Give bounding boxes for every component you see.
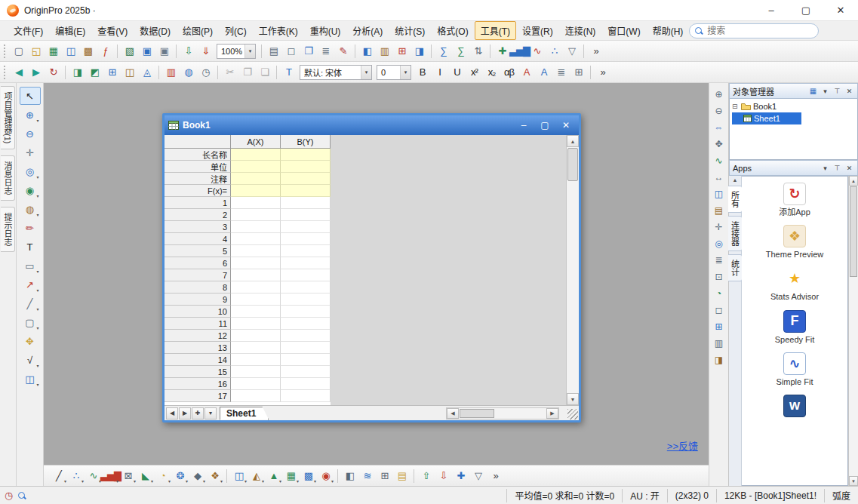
- forward[interactable]: ▶: [27, 64, 45, 81]
- data-selector-tool[interactable]: ◉ ▾: [20, 181, 41, 199]
- pan-tool[interactable]: ✥: [20, 332, 41, 350]
- align-text[interactable]: ≣: [552, 64, 570, 81]
- new-graph[interactable]: ◫: [62, 43, 79, 60]
- crosshair-tool[interactable]: ✛: [711, 220, 727, 235]
- pie-chart-plot[interactable]: ◔ ▾: [154, 468, 171, 484]
- specialized-plot[interactable]: ◉ ▾: [317, 468, 334, 484]
- highlight-color[interactable]: A: [535, 64, 552, 81]
- plot-line[interactable]: ∿: [528, 43, 546, 60]
- row-header[interactable]: F(x)=: [165, 185, 231, 197]
- refresh[interactable]: ↻: [45, 64, 62, 81]
- cell[interactable]: [281, 330, 331, 342]
- combo-dropdown-icon[interactable]: ▾: [361, 66, 371, 79]
- open[interactable]: ◱: [27, 43, 45, 60]
- row-header[interactable]: 11: [165, 318, 231, 330]
- cell[interactable]: [231, 149, 281, 161]
- row-header[interactable]: 7: [165, 269, 231, 281]
- add-legend[interactable]: ◍: [180, 64, 197, 81]
- row-header[interactable]: 12: [165, 330, 231, 342]
- maximize-button[interactable]: ▢: [789, 0, 823, 20]
- vertical-scroll-thumb[interactable]: [567, 148, 578, 181]
- superscript[interactable]: x²: [466, 64, 483, 81]
- book1-window[interactable]: Book1 – ▢ ✕: [162, 113, 581, 423]
- rescale-tool[interactable]: ⇔: [711, 120, 727, 135]
- apps-tab-statistics[interactable]: 统计: [728, 254, 743, 281]
- rotate-tool[interactable]: ◔: [711, 286, 727, 301]
- toolbar-drag-handle[interactable]: [4, 45, 7, 58]
- new-project[interactable]: ▢: [10, 43, 27, 60]
- cell[interactable]: [281, 390, 331, 402]
- row-header[interactable]: 1: [165, 197, 231, 209]
- cell[interactable]: [281, 354, 331, 366]
- column-header[interactable]: A(X): [231, 135, 281, 149]
- row-header[interactable]: 16: [165, 378, 231, 390]
- font-size-combo[interactable]: 0 ▾: [377, 65, 411, 80]
- multi-panel-plot[interactable]: ◫ ▾: [230, 468, 248, 484]
- apps-scroll-track[interactable]: [849, 278, 858, 476]
- scroll-up-button[interactable]: ▲: [567, 135, 579, 147]
- insert-sparklines[interactable]: ≋: [358, 468, 376, 484]
- underline[interactable]: U: [448, 64, 466, 81]
- save-project[interactable]: ▣: [138, 43, 155, 60]
- zoom-combo[interactable]: 100% ▾: [217, 44, 256, 59]
- row-header[interactable]: 8: [165, 281, 231, 293]
- panel-close-icon[interactable]: ✕: [844, 88, 854, 95]
- menu-view[interactable]: 查看(V): [91, 21, 134, 40]
- date-time-stamp[interactable]: ◷: [197, 64, 214, 81]
- row-header[interactable]: 13: [165, 342, 231, 354]
- app-word-connector[interactable]: w: [757, 395, 832, 419]
- line-plot[interactable]: ╱ ▾: [50, 468, 67, 484]
- cell[interactable]: [281, 221, 331, 233]
- cell[interactable]: [231, 269, 281, 281]
- cell[interactable]: [231, 293, 281, 306]
- row-header[interactable]: 长名称: [165, 149, 231, 161]
- cell[interactable]: [281, 342, 331, 354]
- pin-icon[interactable]: ⊤: [832, 88, 842, 95]
- row-header[interactable]: 单位: [165, 161, 231, 173]
- feedback-link[interactable]: >>反馈: [667, 438, 698, 453]
- legend-tool[interactable]: ▤: [711, 203, 727, 218]
- cell[interactable]: [231, 245, 281, 257]
- apps-scroll-down-button[interactable]: ▼: [849, 476, 858, 486]
- apps-tab-all[interactable]: 所有: [728, 186, 743, 213]
- book1-maximize-button[interactable]: ▢: [536, 118, 554, 132]
- scroll-left-button[interactable]: ◀: [447, 408, 459, 419]
- statistics-plot[interactable]: ▦ ▾: [282, 468, 300, 484]
- panel-dropdown-icon[interactable]: ▾: [820, 88, 830, 95]
- cell-borders[interactable]: ⊞: [570, 64, 587, 81]
- tree-expander-icon[interactable]: ⊟: [732, 103, 739, 110]
- sort-columns[interactable]: ⇅: [469, 43, 487, 60]
- scroll-right-button[interactable]: ▶: [546, 408, 558, 419]
- cell[interactable]: [281, 293, 331, 306]
- area-plot[interactable]: ◣ ▾: [137, 468, 154, 484]
- row-header[interactable]: 2: [165, 209, 231, 221]
- line-symbol-plot[interactable]: ∿ ▾: [85, 468, 102, 484]
- zoom-pan-tool[interactable]: ✥: [711, 137, 727, 152]
- column-header[interactable]: B(Y): [281, 135, 331, 149]
- cell[interactable]: [231, 197, 281, 209]
- toolbar-options[interactable]: »: [587, 43, 604, 60]
- zoom-in-tool[interactable]: ⊕ ▾: [20, 106, 41, 124]
- insert-table[interactable]: ⊞: [376, 468, 393, 484]
- row-header[interactable]: 4: [165, 233, 231, 245]
- status-zoom-icon[interactable]: [18, 491, 27, 500]
- equation-tool[interactable]: √ ▾: [20, 351, 41, 369]
- new-workbook[interactable]: ▦: [45, 43, 62, 60]
- horizontal-scrollbar[interactable]: ◀ ▶: [446, 407, 559, 419]
- row-header[interactable]: 9: [165, 293, 231, 306]
- text-object-tool[interactable]: ≣: [711, 253, 727, 268]
- object-manager-toggle[interactable]: ◨: [411, 43, 428, 60]
- font-color[interactable]: A: [518, 64, 535, 81]
- panel-close-icon[interactable]: ✕: [844, 164, 854, 172]
- vertical-scroll-track[interactable]: [567, 182, 579, 393]
- history-clock-icon[interactable]: ◷: [5, 490, 13, 501]
- cell[interactable]: [231, 306, 281, 318]
- add-columns[interactable]: ✚: [494, 43, 511, 60]
- format-cell[interactable]: T: [280, 64, 297, 81]
- project-explorer[interactable]: ◧: [358, 43, 376, 60]
- cell[interactable]: [231, 221, 281, 233]
- axis-zoom-tool[interactable]: ↔: [711, 170, 727, 185]
- polar-plot[interactable]: ❂ ▾: [171, 468, 189, 484]
- cell[interactable]: [231, 378, 281, 390]
- panel-dropdown-icon[interactable]: ▾: [820, 164, 830, 172]
